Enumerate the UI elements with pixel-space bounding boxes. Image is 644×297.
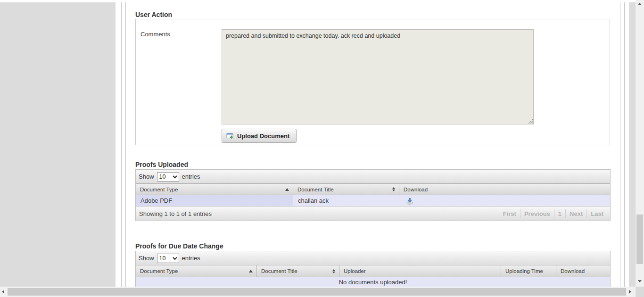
pagination: First Previous 1 Next Last	[499, 209, 607, 218]
right-gray-strip	[629, 2, 636, 287]
frame-divider	[620, 2, 620, 287]
scrollbar-corner	[636, 287, 644, 297]
upload-document-button[interactable]: Upload Document	[222, 129, 297, 143]
empty-table-row: No documents uploaded!	[136, 277, 610, 287]
column-header-document-title[interactable]: Document Title	[257, 265, 339, 277]
entries-label: entries	[182, 173, 200, 180]
sort-both-icon	[332, 269, 335, 273]
column-header-uploading-time: Uploading Time	[501, 265, 556, 277]
cell-document-title: challan ack	[293, 195, 399, 206]
vertical-scrollbar-thumb[interactable]	[636, 214, 643, 264]
proofs-uploaded-title: Proofs Uploaded	[135, 161, 188, 168]
frame-divider	[125, 2, 126, 287]
column-header-uploader: Uploader	[339, 265, 501, 277]
horizontal-scrollbar[interactable]	[0, 287, 636, 297]
pagination-page-1[interactable]: 1	[554, 209, 565, 218]
page-size-select[interactable]: 10	[157, 254, 179, 263]
column-header-download: Download	[556, 265, 610, 277]
upload-window-icon	[226, 132, 234, 140]
pagination-next[interactable]: Next	[565, 209, 586, 218]
comments-label: Comments	[140, 31, 170, 38]
table-info: Showing 1 to 1 of 1 entries	[136, 210, 212, 217]
pagination-last[interactable]: Last	[586, 209, 607, 218]
frame-divider	[624, 2, 625, 287]
sort-ascending-icon	[285, 188, 289, 191]
cell-document-type: Adobe PDF	[136, 195, 293, 206]
proofs-due-date-table: Show 10 entries Document Type Document T…	[135, 251, 611, 288]
table-footer: Showing 1 to 1 of 1 entries First Previo…	[136, 206, 610, 221]
frame-divider	[121, 2, 122, 287]
table-length-toolbar: Show 10 entries	[136, 251, 610, 265]
comments-field-wrap: prepared and submitted to exchange today…	[222, 29, 534, 124]
page-size-select[interactable]: 10	[157, 172, 179, 182]
scroll-right-icon[interactable]	[629, 290, 631, 294]
vertical-scrollbar[interactable]	[636, 0, 644, 287]
table-length-toolbar: Show 10 entries	[136, 170, 610, 183]
proofs-uploaded-table: Show 10 entries Document Type Document T…	[135, 169, 611, 221]
pagination-first[interactable]: First	[499, 209, 520, 218]
column-header-document-type[interactable]: Document Type	[136, 184, 293, 195]
show-label: Show	[139, 255, 154, 262]
sort-both-icon	[392, 187, 395, 191]
column-header-document-title[interactable]: Document Title	[293, 184, 399, 195]
user-action-panel: Comments prepared and submitted to excha…	[135, 19, 610, 145]
pagination-previous[interactable]: Previous	[520, 209, 554, 218]
cell-download	[399, 195, 610, 206]
upload-button-label: Upload Document	[237, 132, 289, 140]
empty-message: No documents uploaded!	[339, 279, 407, 286]
table-row: Adobe PDF challan ack	[136, 195, 610, 206]
table-header-row: Document Type Document Title Uploader Up…	[136, 265, 610, 277]
proofs-due-date-title: Proofs for Due Date Change	[135, 242, 223, 250]
left-sidebar-panel	[0, 2, 116, 287]
comments-input[interactable]: prepared and submitted to exchange today…	[222, 29, 534, 124]
scroll-left-icon[interactable]	[2, 290, 4, 294]
scroll-down-icon[interactable]	[638, 280, 642, 282]
column-header-document-type[interactable]: Document Type	[136, 265, 257, 277]
sort-ascending-icon	[249, 270, 253, 272]
scroll-up-icon[interactable]	[638, 3, 642, 5]
column-header-download: Download	[399, 184, 610, 195]
table-header-row: Document Type Document Title Download	[136, 183, 610, 195]
horizontal-scrollbar-thumb[interactable]	[8, 288, 626, 296]
user-action-title: User Action	[135, 11, 172, 18]
entries-label: entries	[182, 255, 200, 262]
download-to-disk-icon[interactable]	[406, 197, 413, 205]
show-label: Show	[139, 173, 154, 180]
